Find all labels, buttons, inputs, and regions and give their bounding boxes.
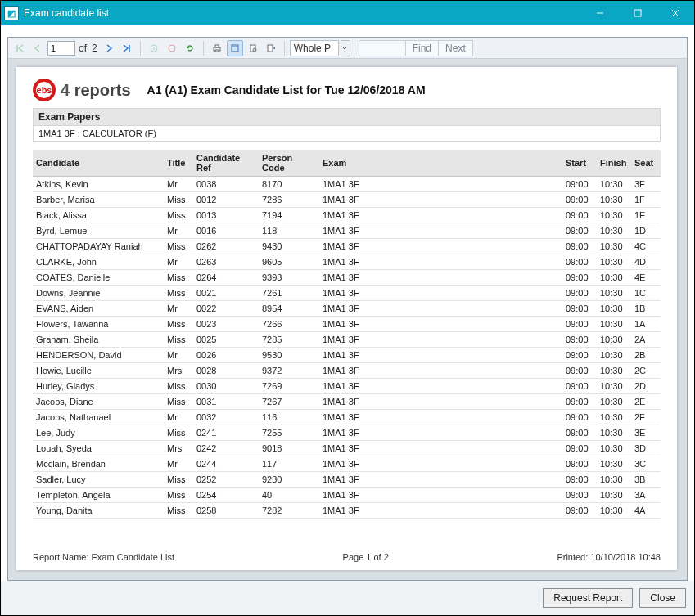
cell-finish: 10:30 <box>597 332 631 348</box>
cell-person: 7261 <box>259 286 319 301</box>
prev-page-button[interactable] <box>29 40 46 56</box>
table-row: Jacobs, DianeMiss003172671MA1 3F09:0010:… <box>33 394 661 410</box>
first-page-button[interactable] <box>11 40 28 56</box>
request-report-button[interactable]: Request Report <box>543 588 633 608</box>
stop-button[interactable] <box>164 40 180 56</box>
svg-rect-8 <box>215 50 219 52</box>
cell-ref: 0242 <box>193 441 259 456</box>
maximize-button[interactable] <box>619 1 657 25</box>
table-row: EVANS, AidenMr002289541MA1 3F09:0010:301… <box>33 301 661 317</box>
report-title: A1 (A1) Exam Candidate List for Tue 12/0… <box>147 83 426 97</box>
col-ref: Candidate Ref <box>193 150 259 177</box>
cell-candidate: EVANS, Aiden <box>33 301 164 317</box>
cell-seat: 1B <box>631 301 661 317</box>
cell-seat: 3D <box>631 441 661 456</box>
cell-person: 9393 <box>259 270 319 286</box>
svg-rect-13 <box>268 45 273 52</box>
cell-exam: 1MA1 3F <box>319 441 562 456</box>
cell-person: 9530 <box>259 348 319 363</box>
candidates-table: Candidate Title Candidate Ref Person Cod… <box>33 150 661 519</box>
table-row: Black, AlissaMiss001371941MA1 3F09:0010:… <box>33 208 661 223</box>
next-page-button[interactable] <box>101 40 117 56</box>
export-button[interactable] <box>263 40 279 56</box>
brand-text: 4 reports <box>61 81 131 100</box>
cell-ref: 0030 <box>193 379 259 394</box>
cell-candidate: COATES, Danielle <box>33 270 164 286</box>
cell-exam: 1MA1 3F <box>319 503 562 519</box>
cell-seat: 2A <box>631 332 661 348</box>
cell-seat: 3E <box>631 425 661 441</box>
cell-person: 9372 <box>259 363 319 379</box>
cell-candidate: Jacobs, Nathanael <box>33 410 164 425</box>
cell-title: Miss <box>164 379 193 394</box>
cell-candidate: Hurley, Gladys <box>33 379 164 394</box>
cell-exam: 1MA1 3F <box>319 363 562 379</box>
minimize-button[interactable] <box>581 1 619 25</box>
cell-exam: 1MA1 3F <box>319 348 562 363</box>
close-window-button[interactable] <box>657 1 694 25</box>
brand-4: 4 <box>61 81 70 99</box>
cell-exam: 1MA1 3F <box>319 223 562 239</box>
cell-candidate: Lee, Judy <box>33 425 164 441</box>
cell-title: Miss <box>164 239 193 254</box>
table-row: CLARKE, JohnMr026396051MA1 3F09:0010:304… <box>33 254 661 270</box>
table-row: Mcclain, BrendanMr02441171MA1 3F09:0010:… <box>33 456 661 472</box>
cell-title: Mr <box>164 410 193 425</box>
cell-person: 118 <box>259 223 319 239</box>
cell-title: Miss <box>164 317 193 332</box>
back-button[interactable] <box>146 40 162 56</box>
cell-ref: 0026 <box>193 348 259 363</box>
col-seat: Seat <box>631 150 661 177</box>
report-viewer: of 2 Whole P Find Next <box>7 37 688 581</box>
cell-finish: 10:30 <box>597 363 631 379</box>
cell-finish: 10:30 <box>597 270 631 286</box>
refresh-button[interactable] <box>182 40 198 56</box>
cell-title: Mr <box>164 254 193 270</box>
cell-start: 09:00 <box>562 472 597 488</box>
last-page-button[interactable] <box>119 40 135 56</box>
cell-finish: 10:30 <box>597 317 631 332</box>
zoom-select-arrow[interactable] <box>341 40 350 56</box>
zoom-select[interactable]: Whole P <box>290 40 339 56</box>
cell-start: 09:00 <box>562 363 597 379</box>
cell-start: 09:00 <box>562 317 597 332</box>
cell-exam: 1MA1 3F <box>319 456 562 472</box>
cell-start: 09:00 <box>562 394 597 410</box>
cell-title: Miss <box>164 332 193 348</box>
print-button[interactable] <box>209 40 225 56</box>
cell-ref: 0252 <box>193 472 259 488</box>
find-button[interactable]: Find <box>405 41 438 56</box>
cell-start: 09:00 <box>562 379 597 394</box>
window-controls <box>581 1 694 25</box>
report-header: ebs 4 reports A1 (A1) Exam Candidate Lis… <box>33 79 661 101</box>
page-setup-button[interactable] <box>245 40 261 56</box>
exam-paper-name: 1MA1 3F : CALCULATOR (F) <box>33 126 661 142</box>
print-layout-button[interactable] <box>227 40 243 56</box>
close-button[interactable]: Close <box>639 588 686 608</box>
cell-title: Mr <box>164 177 193 192</box>
table-row: Templeton, AngelaMiss0254401MA1 3F09:001… <box>33 488 661 503</box>
cell-title: Mr <box>164 348 193 363</box>
cell-start: 09:00 <box>562 270 597 286</box>
cell-ref: 0023 <box>193 317 259 332</box>
cell-start: 09:00 <box>562 192 597 208</box>
cell-exam: 1MA1 3F <box>319 254 562 270</box>
find-next-button[interactable]: Next <box>438 41 472 56</box>
cell-exam: 1MA1 3F <box>319 301 562 317</box>
cell-finish: 10:30 <box>597 208 631 223</box>
cell-ref: 0241 <box>193 425 259 441</box>
cell-finish: 10:30 <box>597 488 631 503</box>
cell-exam: 1MA1 3F <box>319 286 562 301</box>
svg-point-12 <box>253 48 256 52</box>
cell-seat: 4C <box>631 239 661 254</box>
search-input[interactable] <box>359 41 405 56</box>
page-number-input[interactable] <box>47 41 75 56</box>
cell-candidate: Young, Danita <box>33 503 164 519</box>
cell-finish: 10:30 <box>597 425 631 441</box>
cell-seat: 1D <box>631 223 661 239</box>
report-scroll-area[interactable]: ebs 4 reports A1 (A1) Exam Candidate Lis… <box>8 59 687 580</box>
table-row: Flowers, TawannaMiss002372661MA1 3F09:00… <box>33 317 661 332</box>
cell-title: Miss <box>164 286 193 301</box>
cell-ref: 0258 <box>193 503 259 519</box>
cell-person: 9430 <box>259 239 319 254</box>
